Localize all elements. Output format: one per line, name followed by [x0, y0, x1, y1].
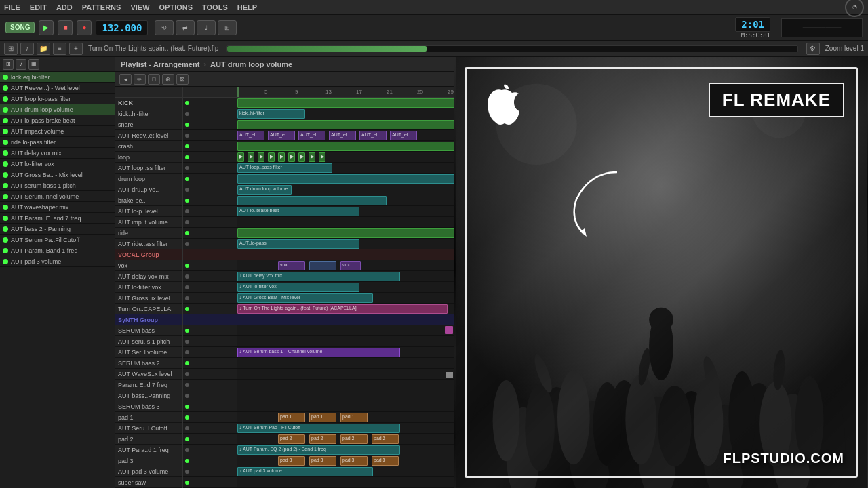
clip-loop-4[interactable]: ▶: [268, 152, 275, 162]
clip-aut-dru[interactable]: AUT drum loop volume: [237, 185, 292, 195]
clip-aut-reev-1[interactable]: AUT_el: [237, 131, 264, 140]
menu-add[interactable]: ADD: [56, 3, 73, 12]
mixer-row-impact[interactable]: AUT impact volume: [0, 126, 115, 137]
mixer-row-serum-channel[interactable]: AUT Serum..nnel volume: [0, 191, 115, 202]
tn-aut-reev[interactable]: AUT Reev..et level: [115, 130, 182, 141]
mixer-btn[interactable]: ⊞: [218, 20, 237, 35]
tn-delay-vox[interactable]: AUT delay vox mix: [115, 271, 182, 282]
clip-capella[interactable]: ♪ Turn On The Lights again.. (feat. Futu…: [237, 304, 448, 314]
clip-loop-7[interactable]: ▶: [298, 152, 305, 162]
loop-btn[interactable]: ⇄: [176, 20, 195, 35]
clip-loop-6[interactable]: ▶: [288, 152, 295, 162]
clip-aut-ser-vol[interactable]: ♪ AUT Serum bass 1 – Channel volume: [237, 348, 400, 357]
mixer-row-lo-filter-vox[interactable]: AUT lo-filter vox: [0, 159, 115, 169]
mixer-row-gross-be[interactable]: AUT Gross Be.. - Mix level: [0, 169, 115, 180]
clip-aut-reev-5[interactable]: AUT_el: [359, 131, 387, 140]
pt-prev[interactable]: ◂: [119, 74, 132, 85]
clip-drum-loop[interactable]: [237, 174, 454, 184]
clip-brake[interactable]: [237, 196, 387, 205]
clips-scroll[interactable]: kick..hi-filter AUT_el AUT_el AUT_el AUT…: [237, 98, 454, 488]
mixer-row-ride-lo[interactable]: ride lo-pass filter: [0, 137, 115, 148]
channel-rack-btn[interactable]: ⊞: [4, 43, 18, 55]
clip-kick-hi[interactable]: kick..hi-filter: [237, 109, 305, 119]
clip-aut-loop[interactable]: AUT loop..pass filter: [237, 163, 332, 173]
tn-aut-seru-cutoff[interactable]: AUT Seru..l Cutoff: [115, 423, 182, 434]
pattern-btn[interactable]: ⟲: [155, 20, 174, 35]
menu-help[interactable]: HELP: [237, 3, 257, 12]
step-icon[interactable]: ▦: [28, 59, 39, 70]
menu-file[interactable]: FILE: [4, 3, 20, 12]
tn-aut-imp[interactable]: AUT imp..t volume: [115, 217, 182, 228]
menu-view[interactable]: VIEW: [130, 3, 149, 12]
piano-roll-btn[interactable]: ♪: [20, 43, 34, 55]
tn-loop[interactable]: loop: [115, 152, 182, 163]
tn-kick[interactable]: KICK: [115, 98, 182, 108]
tn-aut-lo[interactable]: AUT lo-p..level: [115, 206, 182, 217]
clip-ride[interactable]: [237, 228, 454, 238]
play-button[interactable]: ▶: [39, 20, 54, 35]
mixer-row-aut-loop-lo[interactable]: AUT loop lo-pass filter: [0, 94, 115, 104]
bpm-display[interactable]: 132.000: [96, 20, 148, 35]
mixer-row-waveshaper[interactable]: AUT waveshaper mix: [0, 202, 115, 213]
clip-pad3-4[interactable]: pad 3: [372, 456, 399, 466]
tn-brake[interactable]: brake-be..: [115, 195, 182, 206]
ch-rack-icon[interactable]: ⊞: [3, 59, 14, 70]
mixer-row-delay-vox[interactable]: AUT delay vox mix: [0, 148, 115, 159]
mixer-row-bass2-pan[interactable]: AUT bass 2 - Panning: [0, 224, 115, 235]
clip-loop-2[interactable]: ▶: [248, 152, 254, 162]
tn-vox[interactable]: vox: [115, 260, 182, 271]
clip-aut-reev-6[interactable]: AUT_el: [390, 131, 417, 140]
pt-draw[interactable]: ✏: [134, 74, 146, 85]
clip-aut-delay[interactable]: ♪ AUT delay vox mix: [237, 272, 400, 281]
clip-seru-cutoff[interactable]: ♪ AUT Serum Pad - Fil Cutoff: [237, 424, 400, 433]
clip-vox-2[interactable]: [309, 261, 336, 270]
tn-kick-hi[interactable]: kick..hi-filter: [115, 108, 182, 119]
clip-crash[interactable]: [237, 142, 454, 151]
clip-pad2-3[interactable]: pad 2: [340, 434, 368, 444]
mixer-row-drum-loop-vol[interactable]: AUT drum loop volume: [0, 104, 115, 115]
clip-pad2-2[interactable]: pad 2: [309, 434, 336, 444]
tn-pad3[interactable]: pad 3: [115, 455, 182, 466]
tn-synth-group[interactable]: SyNTH Group: [115, 314, 182, 325]
browser-btn[interactable]: 📁: [37, 43, 50, 55]
tn-pad1[interactable]: pad 1: [115, 412, 182, 423]
clip-loop-1[interactable]: ▶: [237, 152, 244, 162]
clip-pad1-1[interactable]: pad 1: [278, 413, 305, 422]
clip-pad1-2[interactable]: pad 1: [309, 413, 336, 422]
clip-aut-pad3[interactable]: ♪ AUT pad 3 volume: [237, 467, 373, 476]
tn-aut-waves[interactable]: AUT WaveS..x level: [115, 369, 182, 380]
tn-aut-pad3-vol[interactable]: AUT pad 3 volume: [115, 466, 182, 477]
clip-vox-1[interactable]: vox: [278, 261, 305, 270]
piano-icon[interactable]: ♪: [16, 59, 26, 70]
tn-vocal-group[interactable]: VOCAL Group: [115, 249, 182, 260]
metronome-btn[interactable]: ♩: [197, 20, 216, 35]
clip-loop-5[interactable]: ▶: [278, 152, 285, 162]
tn-super-saw[interactable]: super saw: [115, 477, 182, 488]
tn-snare[interactable]: snare: [115, 119, 182, 130]
pt-select[interactable]: □: [148, 74, 160, 85]
mixer-row-aut-reever[interactable]: AUT Reever..) - Wet level: [0, 83, 115, 94]
tn-aut-bass-pan[interactable]: AUT bass..Panning: [115, 390, 182, 401]
mixer-panel-btn[interactable]: ≡: [53, 43, 66, 55]
clip-loop-3[interactable]: ▶: [258, 152, 264, 162]
clip-loop-9[interactable]: ▶: [319, 152, 326, 162]
clip-aut-lo-vox[interactable]: ♪ AUT lo-filter vox: [237, 283, 359, 292]
menu-options[interactable]: OPTIONS: [159, 3, 193, 12]
tn-serum-bass2[interactable]: SERUM bass 2: [115, 358, 182, 369]
clip-pad3-2[interactable]: pad 3: [309, 456, 336, 466]
clip-pad3-3[interactable]: pad 3: [340, 456, 368, 466]
tn-param-7freq[interactable]: Param. E..d 7 freq: [115, 380, 182, 390]
menu-tools[interactable]: TOOLS: [202, 3, 228, 12]
clip-pad3-1[interactable]: pad 3: [278, 456, 305, 466]
clip-aut-lo[interactable]: AUT lo..brake beat: [237, 207, 359, 216]
tn-aut-para-freq[interactable]: AUT Para..d 1 freq: [115, 445, 182, 455]
tn-pad2[interactable]: pad 2: [115, 434, 182, 445]
clip-aut-reev-2[interactable]: AUT_el: [268, 131, 295, 140]
tn-serum-bass3[interactable]: SERUM bass 3: [115, 401, 182, 412]
mixer-row-serum-bass1[interactable]: AUT serum bass 1 pitch: [0, 180, 115, 191]
clip-loop-8[interactable]: ▶: [309, 152, 315, 162]
tn-capella[interactable]: Turn On..CAPELLA: [115, 304, 182, 314]
mixer-row-param-7freq[interactable]: AUT Param. E..and 7 freq: [0, 213, 115, 224]
menu-edit[interactable]: EDIT: [30, 3, 47, 12]
tn-serum-bass[interactable]: SERUM bass: [115, 325, 182, 336]
